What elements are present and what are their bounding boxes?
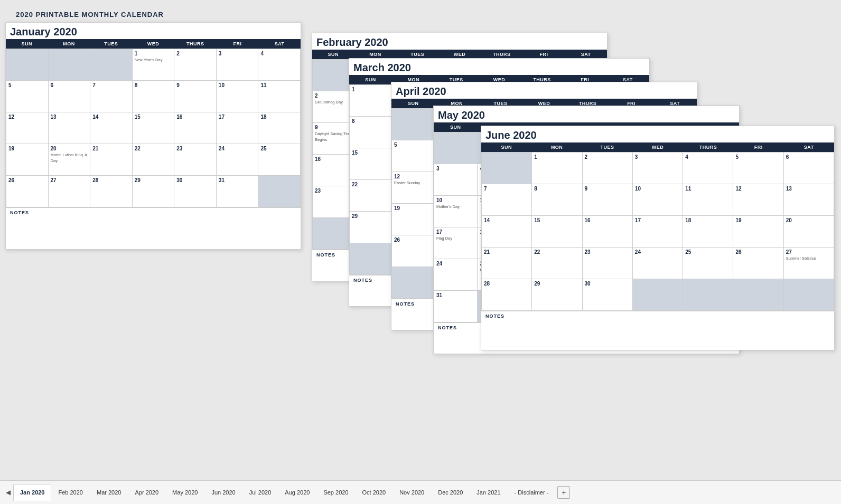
- march-title: March 2020: [349, 59, 649, 75]
- table-row: 24: [434, 259, 478, 291]
- table-row: 4: [683, 153, 733, 184]
- fri-header: FRI: [217, 39, 259, 49]
- table-row: 14: [90, 112, 133, 144]
- table-row: 31: [434, 291, 478, 322]
- tab-bar: ◀ Jan 2020 Feb 2020 Mar 2020 Apr 2020 Ma…: [0, 480, 841, 504]
- table-row: 9: [583, 184, 633, 216]
- wed-header: WED: [132, 39, 174, 49]
- table-row: 2: [174, 49, 217, 81]
- table-row: 9: [174, 81, 217, 112]
- table-row: 22: [350, 180, 393, 212]
- table-row: 26: [6, 176, 49, 207]
- table-row: 10: [633, 184, 683, 216]
- table-row: 19: [392, 204, 435, 235]
- table-row: 12: [6, 112, 49, 144]
- table-row: 22: [532, 248, 582, 279]
- april-title: April 2020: [391, 82, 697, 99]
- table-row: 14: [482, 216, 532, 248]
- table-row: 25: [258, 144, 301, 176]
- tab-dec-2020[interactable]: Dec 2020: [431, 484, 470, 501]
- table-row: 21: [90, 144, 133, 176]
- tab-jun-2020[interactable]: Jun 2020: [204, 484, 242, 501]
- table-row: 10: [217, 81, 259, 112]
- table-row: 27Summer Solstice: [784, 248, 834, 279]
- sun-header: SUN: [6, 39, 48, 49]
- table-row: 15: [133, 112, 175, 144]
- table-row: 30: [174, 176, 217, 207]
- tab-add-button[interactable]: +: [557, 486, 570, 499]
- june-grid: 1 2 3 4 5 6 7 8 9 10 11 12 13 14 15 16 1…: [481, 152, 834, 311]
- table-row: 3: [434, 164, 478, 196]
- table-row: 8: [350, 117, 393, 148]
- table-row: [90, 49, 133, 81]
- tab-sep-2020[interactable]: Sep 2020: [316, 484, 355, 501]
- tab-aug-2020[interactable]: Aug 2020: [278, 484, 316, 501]
- table-row: 28: [90, 176, 133, 207]
- thurs-header: THURS: [174, 39, 217, 49]
- table-row: 26: [733, 248, 783, 279]
- table-row: 15: [350, 148, 393, 180]
- sat-header: SAT: [258, 39, 301, 49]
- june-header: SUN MON TUES WED THURS FRI SAT: [481, 142, 834, 152]
- table-row: [784, 279, 834, 311]
- table-row: 24: [633, 248, 683, 279]
- table-row: 5: [733, 153, 783, 184]
- table-row: 26: [392, 235, 435, 267]
- table-row: 10Mother's Day: [434, 196, 478, 227]
- calendar-june: June 2020 SUN MON TUES WED THURS FRI SAT…: [481, 126, 835, 350]
- tab-oct-2020[interactable]: Oct 2020: [356, 484, 393, 501]
- tab-disclaimer[interactable]: - Disclaimer -: [508, 484, 556, 501]
- tab-may-2020[interactable]: May 2020: [165, 484, 204, 501]
- table-row: [482, 153, 532, 184]
- table-row: 27: [49, 176, 91, 207]
- june-notes: NOTES: [481, 311, 834, 321]
- tab-arrow-left[interactable]: ◀: [3, 487, 13, 498]
- table-row: 23: [583, 248, 633, 279]
- table-row: 4: [258, 49, 301, 81]
- table-row: [350, 243, 393, 275]
- february-title: February 2020: [312, 33, 607, 50]
- mon-header: MON: [48, 39, 90, 49]
- january-header: SUN MON TUES WED THURS FRI SAT: [6, 39, 301, 49]
- table-row: 29: [532, 279, 582, 311]
- calendar-january: January 2020 SUN MON TUES WED THURS FRI …: [5, 22, 301, 250]
- tab-jan-2021[interactable]: Jan 2021: [470, 484, 507, 501]
- tues-header: TUES: [90, 39, 132, 49]
- tab-nov-2020[interactable]: Nov 2020: [393, 484, 431, 501]
- table-row: 20 Martin Luther King Jr Day: [49, 144, 91, 176]
- table-row: 11: [258, 81, 301, 112]
- table-row: 8: [133, 81, 175, 112]
- table-row: 21: [482, 248, 532, 279]
- tab-jan-2020[interactable]: Jan 2020: [13, 484, 51, 501]
- table-row: 7: [90, 81, 133, 112]
- january-title: January 2020: [6, 23, 301, 39]
- table-row: 29: [350, 212, 393, 243]
- table-row: 17: [633, 216, 683, 248]
- table-row: 25: [683, 248, 733, 279]
- table-row: 17: [217, 112, 259, 144]
- table-row: [392, 267, 435, 299]
- tab-mar-2020[interactable]: Mar 2020: [90, 484, 128, 501]
- tab-feb-2020[interactable]: Feb 2020: [51, 484, 89, 501]
- table-row: 28: [482, 279, 532, 311]
- table-row: 8: [532, 184, 582, 216]
- table-row: [733, 279, 783, 311]
- may-title: May 2020: [434, 106, 739, 122]
- table-row: 3: [633, 153, 683, 184]
- tab-jul-2020[interactable]: Jul 2020: [242, 484, 278, 501]
- table-row: 22: [133, 144, 175, 176]
- tab-apr-2020[interactable]: Apr 2020: [128, 484, 165, 501]
- table-row: 18: [258, 112, 301, 144]
- table-row: 19: [733, 216, 783, 248]
- table-row: [633, 279, 683, 311]
- table-row: 1: [532, 153, 582, 184]
- january-grid: 1 New Year's Day 2 3 4 5 6 7 8 9 10 11 1…: [6, 49, 301, 207]
- june-title: June 2020: [481, 126, 834, 142]
- table-row: 12Easter Sunday: [392, 172, 435, 204]
- table-row: 5: [392, 140, 435, 172]
- table-row: 30: [583, 279, 633, 311]
- table-row: 7: [482, 184, 532, 216]
- table-row: 16: [174, 112, 217, 144]
- table-row: 19: [6, 144, 49, 176]
- table-row: [49, 49, 91, 81]
